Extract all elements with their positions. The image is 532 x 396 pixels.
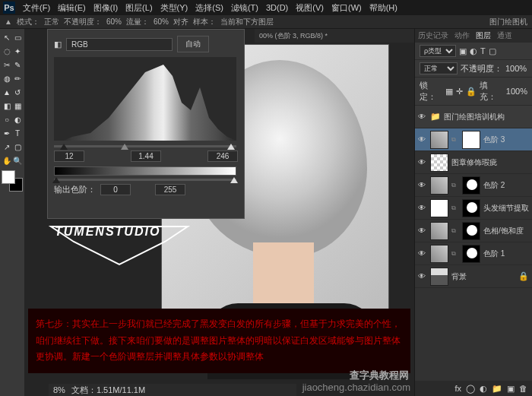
menu-type[interactable]: 类型(Y)	[160, 2, 188, 14]
folder-icon[interactable]: 📁	[492, 384, 502, 394]
white-point-handle[interactable]	[227, 144, 235, 150]
layer-row[interactable]: 👁 ⧉ 色相/饱和度	[415, 220, 532, 242]
brush-tool[interactable]: ✏	[13, 72, 22, 84]
filter-icon[interactable]: ▣	[459, 46, 467, 56]
layer-row[interactable]: 👁 背景 🔒	[415, 265, 532, 288]
menu-3d[interactable]: 3D(D)	[266, 3, 288, 12]
menu-image[interactable]: 图像(I)	[93, 2, 118, 14]
visibility-icon[interactable]: 👁	[418, 249, 427, 258]
input-gamma[interactable]	[131, 150, 161, 162]
opt-flow-value[interactable]: 60%	[154, 17, 169, 26]
layer-thumb[interactable]	[430, 268, 448, 286]
stamp-tool[interactable]: ▲	[2, 86, 11, 98]
black-point-handle[interactable]	[60, 144, 68, 150]
layer-thumb[interactable]	[430, 131, 448, 149]
layer-row[interactable]: 👁 ⧉ 色阶 2	[415, 174, 532, 197]
pen-tool[interactable]: ✒	[2, 127, 11, 139]
adjust-icon[interactable]: ◐	[480, 384, 487, 394]
lock-all-icon[interactable]: 🔒	[466, 87, 477, 97]
mask-thumb[interactable]	[462, 176, 480, 195]
path-tool[interactable]: ↗	[2, 141, 11, 153]
move-tool[interactable]: ↖	[2, 31, 11, 43]
mask-thumb[interactable]	[462, 199, 480, 217]
lasso-tool[interactable]: ◌	[2, 45, 11, 57]
dodge-tool[interactable]: ◐	[13, 113, 22, 125]
mask-thumb[interactable]	[462, 245, 480, 263]
opt-opacity-value[interactable]: 60%	[106, 17, 122, 26]
history-brush-tool[interactable]: ↺	[13, 86, 22, 98]
menu-select[interactable]: 选择(S)	[195, 2, 223, 14]
input-black[interactable]	[54, 150, 84, 162]
blend-mode[interactable]: 正常	[420, 62, 458, 74]
eraser-tool[interactable]: ◧	[2, 100, 11, 112]
menu-file[interactable]: 文件(F)	[23, 2, 50, 14]
zoom-value[interactable]: 8%	[53, 385, 65, 394]
link-icon[interactable]: ⧉	[451, 182, 459, 189]
menu-help[interactable]: 帮助(H)	[369, 2, 397, 14]
tab-history[interactable]: 历史记录	[418, 30, 448, 41]
filter-icon[interactable]: ▢	[489, 46, 496, 56]
output-black[interactable]	[100, 184, 131, 195]
lock-position-icon[interactable]: ✛	[456, 87, 463, 97]
visibility-icon[interactable]: 👁	[418, 158, 427, 166]
link-icon[interactable]: ⧉	[451, 136, 459, 144]
filter-icon[interactable]: T	[480, 46, 486, 55]
layer-thumb[interactable]	[430, 154, 448, 172]
opacity-value[interactable]: 100%	[505, 64, 527, 73]
visibility-icon[interactable]: 👁	[418, 112, 427, 121]
auto-button[interactable]: 自动	[177, 36, 209, 52]
hand-tool[interactable]: ✋	[2, 154, 11, 166]
layer-row[interactable]: 👁 ⧉ 头发细节提取	[415, 197, 532, 220]
visibility-icon[interactable]: 👁	[418, 272, 427, 280]
opt-align[interactable]: 对齐	[173, 17, 188, 27]
tab-actions[interactable]: 动作	[454, 30, 470, 41]
type-tool[interactable]: T	[13, 127, 22, 139]
out-black-handle[interactable]	[52, 177, 60, 183]
tab-layers[interactable]: 图层	[476, 30, 491, 41]
eyedrop-tool[interactable]: ✎	[13, 59, 22, 71]
document-tab[interactable]: 00% (色阶 3, RGB/8) *	[255, 29, 414, 43]
wand-tool[interactable]: ✦	[13, 45, 22, 57]
menu-window[interactable]: 窗口(W)	[331, 2, 362, 14]
layer-thumb[interactable]	[430, 222, 448, 240]
menu-view[interactable]: 视图(V)	[296, 2, 324, 14]
layer-thumb[interactable]	[430, 245, 448, 263]
layer-thumb[interactable]	[430, 176, 448, 195]
marquee-tool[interactable]: ▭	[13, 31, 22, 43]
layer-row[interactable]: 👁 ⧉ 色阶 3	[415, 128, 532, 151]
layer-group[interactable]: 👁 📁 图门绘图培训机构	[415, 106, 532, 128]
link-icon[interactable]: ⧉	[451, 204, 459, 212]
trash-icon[interactable]: 🗑	[519, 384, 527, 393]
filter-kind[interactable]: ρ类型	[420, 45, 456, 57]
lock-pixels-icon[interactable]: ▦	[445, 87, 453, 97]
output-slider[interactable]	[54, 179, 236, 181]
zoom-tool[interactable]: 🔍	[13, 154, 22, 166]
gamma-handle[interactable]	[121, 144, 128, 150]
new-layer-icon[interactable]: ▣	[507, 384, 515, 394]
tab-channels[interactable]: 通道	[497, 30, 512, 41]
heal-tool[interactable]: ◍	[2, 72, 11, 84]
input-slider[interactable]	[54, 145, 236, 147]
opt-mode-value[interactable]: 正常	[44, 17, 59, 27]
out-white-handle[interactable]	[230, 177, 238, 183]
mask-thumb[interactable]	[462, 222, 480, 240]
fill-value[interactable]: 100%	[506, 87, 527, 96]
visibility-icon[interactable]: 👁	[418, 181, 427, 189]
visibility-icon[interactable]: 👁	[418, 204, 427, 212]
visibility-icon[interactable]: 👁	[418, 135, 427, 144]
mask-icon[interactable]: ◯	[466, 384, 475, 394]
layer-row[interactable]: 👁 ⧉ 色阶 1	[415, 242, 532, 265]
fx-icon[interactable]: fx	[454, 384, 461, 393]
visibility-icon[interactable]: 👁	[418, 227, 427, 235]
menu-edit[interactable]: 编辑(E)	[58, 2, 86, 14]
shape-tool[interactable]: ▢	[13, 141, 22, 153]
output-white[interactable]	[155, 184, 185, 195]
link-icon[interactable]: ⧉	[451, 250, 459, 258]
filter-icon[interactable]: ◐	[470, 46, 477, 56]
crop-tool[interactable]: ✂	[2, 59, 11, 71]
menu-layer[interactable]: 图层(L)	[125, 2, 152, 14]
link-icon[interactable]: ⧉	[451, 227, 459, 235]
color-swatch[interactable]	[2, 170, 23, 192]
gradient-tool[interactable]: ▦	[13, 100, 22, 112]
channel-select[interactable]: RGB	[66, 38, 173, 51]
